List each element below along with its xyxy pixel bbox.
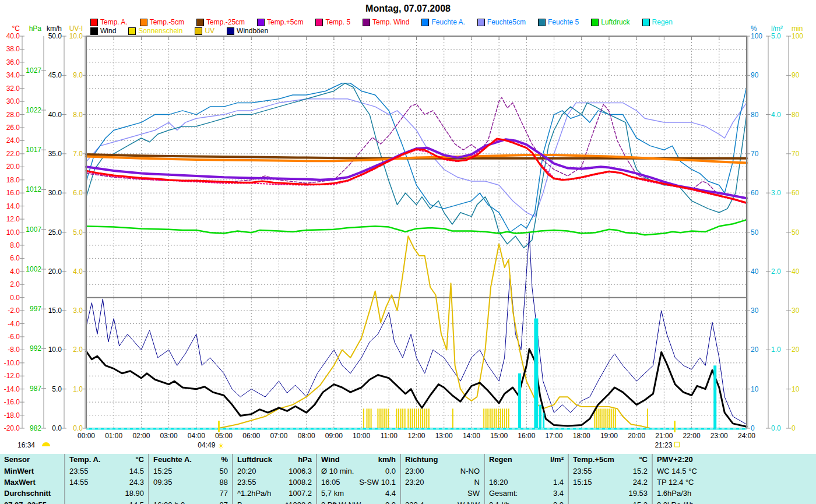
wind-swatch-icon: [90, 27, 98, 35]
x-axis-labels: 00:0001:0002:0003:0004:0005:0006:0007:00…: [78, 432, 755, 440]
chart-text: 1.0: [73, 385, 83, 393]
chart-text: 70: [792, 150, 800, 158]
cell-value: 24.2: [633, 478, 648, 487]
chart-text: 26.0: [6, 124, 20, 132]
chart-text: 40: [751, 267, 759, 276]
chart-text: 20:00: [628, 432, 645, 440]
legend-item-temp-wind: Temp. Wind: [363, 18, 409, 26]
table-header-row: Feuchte A.%: [153, 454, 228, 465]
chart-text: 10.0: [69, 32, 83, 40]
chart-text: 10.0: [48, 346, 62, 354]
chart-text: 4.0: [771, 111, 781, 119]
table-header-row: Temp.+5cm°C: [573, 454, 648, 465]
chart-text: 12:00: [407, 432, 425, 440]
column-unit: °C: [639, 455, 648, 464]
cell-value: N: [474, 478, 480, 487]
table-col-temp-a: Temp. A.°C23:5514.514:5524.318.9014.5: [64, 454, 148, 504]
axis-min: min1009080706050403020100: [786, 24, 803, 432]
cell-value: 18.90: [125, 489, 144, 498]
chart-text: 982: [30, 424, 41, 432]
chart-text: -2.0: [8, 306, 20, 315]
luftdruck-swatch-icon: [591, 19, 599, 26]
legend-item-temp-5: Temp. 5: [315, 18, 350, 26]
table-header-row: Windkm/h: [321, 454, 396, 465]
cell-value: 1.4: [553, 478, 564, 487]
chart-text: 50: [751, 228, 759, 237]
chart-canvas[interactable]: °C40.038.036.034.032.030.028.026.024.022…: [0, 0, 816, 454]
chart-text: 40.0: [48, 111, 62, 119]
cell-label: Ø 10 min.: [321, 467, 354, 475]
cell-label: 23:00: [405, 467, 424, 475]
chart-text: 0: [792, 424, 796, 432]
cell-label: 230.4: [405, 501, 424, 504]
chart-text: 18:00: [573, 432, 590, 440]
cell-label: 0.0l Re./1h: [657, 501, 694, 504]
windb-en-swatch-icon: [227, 27, 234, 35]
chart-text: 11:00: [381, 432, 398, 440]
chart-text: 10: [792, 385, 800, 393]
chart-text: 3.0: [771, 189, 781, 197]
legend-item-temp-a: Temp. A.: [90, 18, 128, 26]
chart-text: 10:00: [353, 432, 370, 440]
legend-item-feuchte5cm: Feuchte5cm: [477, 18, 526, 26]
table-row: 15:2550: [153, 465, 228, 476]
chart-text: 30.0: [6, 97, 20, 105]
chart-text: 100: [751, 32, 762, 40]
chart-text: 992: [30, 344, 41, 353]
chart-text: 08:00: [298, 432, 315, 440]
cell-label: 16:05: [321, 478, 340, 487]
table-row: SW: [405, 488, 480, 499]
cell-label: 15:15: [573, 478, 592, 487]
chart-text: 2.0: [771, 267, 781, 276]
axis-c: °C40.038.036.034.032.030.028.026.024.022…: [4, 24, 24, 432]
legend-label: Temp. A.: [100, 18, 128, 26]
table-header-row: Sensor: [4, 454, 60, 465]
page-title: Montag, 07.07.2008: [0, 3, 816, 14]
chart-text: 14:00: [463, 432, 480, 440]
table-row: 15:1524.2: [573, 477, 648, 488]
chart-text: 0.0: [73, 424, 83, 432]
chart-text: 6.0: [10, 254, 20, 262]
cell-label: 09:35: [153, 478, 173, 487]
legend-label: Temp. Wind: [372, 18, 409, 26]
chart-text: 23:00: [711, 432, 728, 440]
chart-text: 07:00: [270, 432, 287, 440]
chart-text: 5.0: [771, 32, 781, 40]
table-row: 14.5: [69, 499, 144, 504]
chart-text: 15.0: [48, 306, 62, 315]
chart-text: 01:00: [105, 432, 122, 440]
cell-value: SW: [467, 489, 480, 498]
cell-value: 77: [220, 489, 228, 498]
cell-value: 87: [220, 501, 228, 504]
table-col-richtung: Richtung23:00N-NO23:20NSW230.4W-NW: [400, 454, 484, 504]
chart-text: %: [751, 24, 757, 33]
temp-a-swatch-icon: [90, 19, 98, 26]
axis-l-m: l/m²5.04.03.02.01.00.0: [766, 24, 783, 432]
cell-value: 88: [220, 478, 228, 487]
table-col-regen: Regenl/m²16:201.4Gesamt:3.40.1 l/h0.0: [484, 454, 568, 504]
temp-25cm-swatch-icon: [196, 19, 204, 26]
chart-text: 9.0: [73, 71, 83, 79]
sunset-square-icon: [674, 442, 679, 447]
table-row: 23:5514.5: [69, 465, 144, 476]
chart-text: 22.0: [6, 150, 20, 158]
cell-label: TP 12.4 °C: [657, 478, 694, 487]
cell-label: 23:55: [69, 467, 89, 475]
column-unit: °C: [135, 455, 144, 464]
feuchte5cm-swatch-icon: [477, 19, 485, 26]
column-header: Regen: [489, 455, 512, 464]
table-row: Ø 10 min.0.0: [321, 465, 396, 476]
chart-text: 5.0: [73, 228, 83, 237]
chart-text: 3.0: [73, 306, 83, 315]
chart-text: 2.0: [73, 346, 83, 354]
chart-text: 20.0: [6, 163, 20, 171]
axis-uv-i: UV-I10.09.08.07.06.05.04.03.02.01.00.0: [69, 24, 87, 432]
legend-label: Temp.-5cm: [150, 18, 184, 26]
chart-text: 03:00: [160, 432, 178, 440]
chart-text: 50: [792, 228, 800, 237]
chart-text: 987: [30, 385, 41, 393]
legend-label: Feuchte5cm: [487, 18, 526, 26]
table-row: WC 14.5 °C: [657, 465, 812, 476]
chart-text: 17:00: [546, 432, 563, 440]
cell-label: 1.6hPa/3h: [657, 489, 691, 498]
